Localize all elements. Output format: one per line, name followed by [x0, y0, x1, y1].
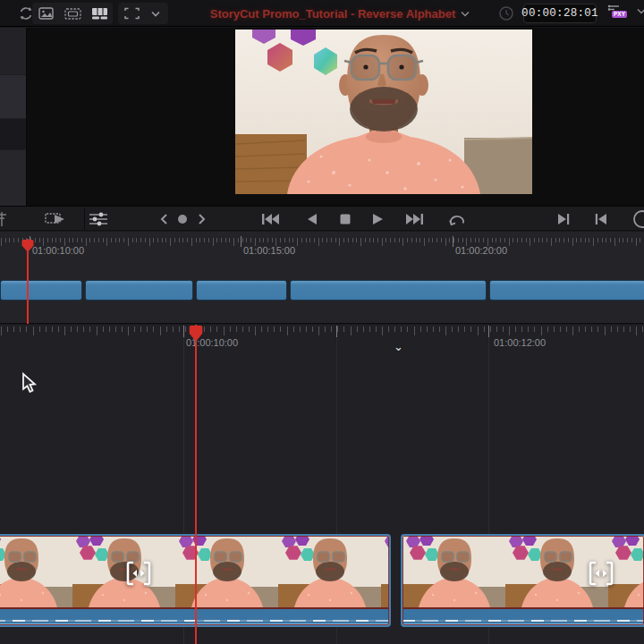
ruler-tick	[554, 326, 555, 332]
view-mode-group	[32, 3, 113, 24]
trim-edit-icon[interactable]	[125, 560, 152, 590]
ruler-tick	[572, 238, 573, 246]
ruler-tick	[115, 326, 116, 332]
record-dot-icon[interactable]	[174, 207, 191, 232]
ruler-tick	[1, 326, 2, 335]
timecode-display: 00:00:28:01	[523, 4, 597, 23]
play-to-end-icon[interactable]	[553, 207, 574, 232]
jog-dial-icon[interactable]	[631, 207, 644, 232]
ruler-timecode-label: 01:00:20:00	[455, 245, 507, 256]
mini-timeline-clip[interactable]	[489, 280, 644, 301]
ruler-tick	[547, 326, 548, 332]
clip-thumbnail	[72, 536, 175, 607]
ruler-tick	[221, 238, 222, 242]
ruler-tick	[373, 238, 374, 242]
video-frame	[235, 30, 532, 194]
ruler-tick	[255, 326, 256, 335]
ruler-tick	[208, 238, 209, 242]
ruler-tick	[445, 326, 446, 335]
ruler-tick	[593, 238, 594, 246]
clip-thumbnail	[0, 536, 72, 607]
mini-timeline-clip[interactable]	[85, 280, 193, 301]
ruler-tick	[309, 238, 310, 242]
ruler-tick	[627, 238, 628, 242]
media-pool-icon[interactable]	[32, 3, 59, 24]
ruler-tick	[490, 326, 491, 332]
ruler-tick	[119, 238, 120, 242]
next-frame-icon[interactable]	[192, 207, 212, 232]
tool-partial-icon[interactable]	[0, 207, 11, 232]
mini-timeline[interactable]: 01:00:10:0001:00:15:0001:00:20:00	[0, 232, 644, 324]
tools-sliders-icon[interactable]	[83, 207, 114, 232]
ruler-tick	[509, 326, 510, 335]
mini-timeline-clip[interactable]	[290, 280, 487, 301]
viewer-crop-icon[interactable]	[118, 3, 145, 24]
playhead-pin[interactable]	[189, 325, 203, 346]
ruler-tick	[267, 238, 268, 242]
ruler-tick	[376, 326, 377, 332]
project-title-menu[interactable]: StoryCut Promo_Tutorial - Reverse Alphab…	[179, 0, 501, 27]
playhead-line[interactable]	[195, 325, 197, 644]
previous-frame-icon[interactable]	[154, 207, 174, 232]
ruler-tick	[528, 326, 529, 332]
ruler-tick	[386, 238, 386, 242]
ruler-major-tick	[241, 236, 242, 247]
clip-insert-icon[interactable]	[41, 207, 72, 232]
ruler-tick	[452, 326, 453, 332]
ruler-tick	[470, 238, 471, 242]
ruler-tick	[331, 326, 332, 332]
ruler-tick	[509, 238, 510, 246]
ruler-tick	[83, 326, 84, 332]
proxy-menu[interactable]: PXY	[606, 4, 644, 18]
ruler-tick	[642, 326, 643, 332]
ruler-tick	[229, 238, 230, 242]
ruler-tick	[605, 326, 606, 335]
chevron-down-icon[interactable]	[145, 3, 166, 24]
ruler-tick	[20, 326, 21, 332]
playhead-pin[interactable]	[21, 239, 34, 257]
ruler-tick	[58, 326, 59, 332]
ruler-tick	[297, 238, 298, 246]
timeline-expand-chevron[interactable]: ⌄	[394, 343, 403, 352]
proxy-chevron-down-icon	[637, 8, 644, 14]
ruler-tick	[559, 238, 560, 242]
ruler-tick	[292, 238, 293, 242]
clock-icon[interactable]	[497, 4, 515, 26]
pxy-badge: PXY	[612, 11, 627, 18]
mini-timeline-clip[interactable]	[196, 280, 287, 301]
ruler-tick	[77, 326, 78, 332]
play-from-start-icon[interactable]	[590, 207, 612, 232]
ruler-tick	[149, 238, 150, 246]
ruler-tick	[166, 326, 167, 332]
ruler-tick	[182, 238, 183, 242]
ruler-major-tick	[488, 326, 489, 337]
timeline-view-icon[interactable]	[86, 3, 113, 24]
ruler-tick	[636, 238, 637, 246]
go-to-start-icon[interactable]	[258, 207, 283, 232]
ruler-tick	[623, 326, 624, 332]
go-to-end-icon[interactable]	[402, 207, 428, 232]
play-icon[interactable]	[367, 207, 388, 232]
mini-timeline-clip[interactable]	[0, 280, 82, 301]
ruler-tick	[458, 238, 459, 242]
ruler-tick	[160, 326, 161, 335]
trim-edit-icon[interactable]	[588, 560, 614, 590]
loop-icon[interactable]	[444, 207, 470, 232]
ruler-tick	[483, 238, 484, 242]
ruler-tick	[521, 238, 522, 242]
ruler-tick	[153, 326, 154, 332]
ruler-tick	[122, 326, 123, 332]
ruler-tick	[394, 238, 395, 242]
source-clip-icon[interactable]	[59, 3, 86, 24]
ruler-tick	[106, 238, 107, 246]
ruler-tick	[560, 326, 561, 332]
ruler-tick	[314, 238, 315, 242]
stop-icon[interactable]	[335, 207, 356, 232]
ruler-tick	[363, 326, 364, 332]
ruler-tick	[230, 326, 231, 332]
ruler-tick	[140, 326, 141, 332]
play-reverse-icon[interactable]	[301, 207, 322, 232]
ruler-tick	[165, 238, 166, 242]
ruler-tick	[306, 238, 307, 242]
mouse-cursor	[19, 372, 38, 399]
